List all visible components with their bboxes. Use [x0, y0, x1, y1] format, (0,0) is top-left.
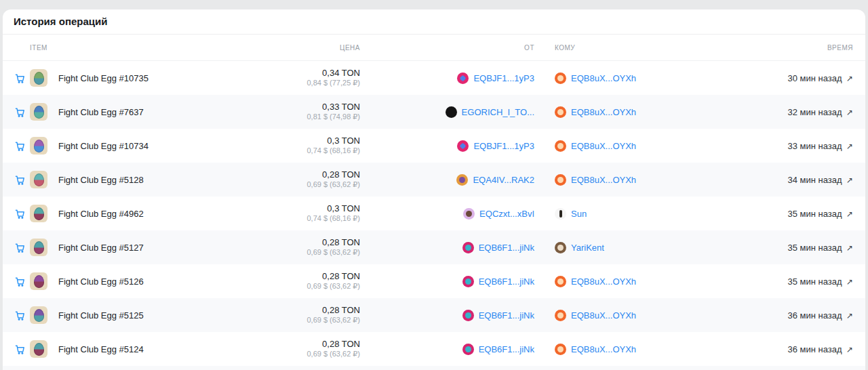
time-label: 30 мин назад: [788, 73, 842, 83]
price-cell: 0,28 TON 0,69 $ (63,62 ₽): [231, 305, 360, 325]
item-name-link[interactable]: Fight Club Egg #7637: [56, 107, 231, 117]
external-link-arrow-icon: ↗: [844, 277, 853, 287]
item-name-link[interactable]: Fight Club Egg #4962: [56, 209, 231, 219]
cart-icon: [14, 208, 26, 220]
from-address-link[interactable]: EQB6F1...jiNk: [360, 276, 534, 287]
to-address-link[interactable]: YariKent: [551, 242, 677, 253]
from-avatar: [446, 106, 457, 118]
item-name-link[interactable]: Fight Club Egg #5128: [56, 175, 231, 185]
from-avatar: [462, 242, 474, 253]
from-address-link[interactable]: EQB6F1...jiNk: [360, 310, 534, 321]
nft-thumbnail[interactable]: [30, 239, 47, 256]
cart-icon: [14, 140, 26, 152]
from-avatar: [462, 344, 474, 355]
price-ton: 0,3 TON: [231, 136, 360, 146]
from-address-link[interactable]: EQBJF1...1yP3: [360, 73, 534, 84]
transaction-time-link[interactable]: 36 мин назад ↗: [677, 344, 853, 354]
price-cell: 0,3 TON 0,74 $ (68,16 ₽): [231, 203, 360, 224]
from-avatar: [462, 276, 474, 287]
external-link-arrow-icon: ↗: [844, 108, 853, 117]
table-header: ITEM ЦЕНА ОТ КОМУ ВРЕМЯ: [3, 35, 865, 61]
nft-thumbnail[interactable]: [30, 69, 47, 87]
item-name-link[interactable]: Fight Club Egg #5126: [56, 276, 231, 287]
transaction-time-link[interactable]: 32 мин назад ↗: [677, 107, 853, 117]
table-row: Fight Club Egg #10734 0,3 TON 0,74 $ (68…: [3, 129, 865, 163]
transaction-time-link[interactable]: 35 мин назад ↗: [677, 276, 853, 287]
price-fiat: 0,74 $ (68,16 ₽): [231, 146, 360, 156]
add-to-cart-button[interactable]: [11, 239, 28, 256]
nft-thumbnail[interactable]: [30, 103, 47, 121]
table-row: Fight Club Egg #5127 0,28 TON 0,69 $ (63…: [3, 230, 865, 264]
add-to-cart-button[interactable]: [11, 69, 28, 87]
cart-icon: [14, 174, 26, 186]
from-avatar: [457, 140, 469, 152]
from-address-link[interactable]: EQB6F1...jiNk: [360, 242, 534, 253]
external-link-arrow-icon: ↗: [844, 74, 853, 83]
add-to-cart-button[interactable]: [11, 171, 28, 188]
table-body: Fight Club Egg #10735 0,34 TON 0,84 $ (7…: [3, 61, 865, 366]
external-link-arrow-icon: ↗: [844, 209, 853, 219]
to-avatar: [555, 344, 566, 355]
item-name-link[interactable]: Fight Club Egg #5124: [56, 344, 231, 354]
from-address-link[interactable]: EQB6F1...jiNk: [360, 344, 534, 355]
from-address-label: EQB6F1...jiNk: [479, 344, 534, 354]
from-address-link[interactable]: EQCzxt...xBvI: [360, 208, 534, 220]
transaction-time-link[interactable]: 36 мин назад ↗: [677, 310, 853, 321]
price-fiat: 0,81 $ (74,98 ₽): [231, 112, 360, 122]
nft-thumbnail[interactable]: [30, 272, 47, 290]
to-address-label: EQB8uX...OYXh: [571, 310, 636, 321]
egg-image: [34, 140, 44, 152]
table-row: Fight Club Egg #10735 0,34 TON 0,84 $ (7…: [3, 61, 865, 95]
to-address-link[interactable]: EQB8uX...OYXh: [551, 310, 677, 321]
to-address-link[interactable]: EQB8uX...OYXh: [551, 344, 677, 355]
add-to-cart-button[interactable]: [11, 340, 28, 358]
price-cell: 0,28 TON 0,69 $ (63,62 ₽): [231, 169, 360, 190]
add-to-cart-button[interactable]: [11, 205, 28, 222]
from-address-link[interactable]: EQBJF1...1yP3: [360, 140, 534, 152]
transaction-time-link[interactable]: 35 мин назад ↗: [677, 243, 853, 253]
to-address-link[interactable]: EQB8uX...OYXh: [551, 174, 677, 186]
item-name-link[interactable]: Fight Club Egg #10734: [56, 141, 231, 151]
nft-thumbnail[interactable]: [30, 171, 47, 188]
nft-thumbnail[interactable]: [30, 306, 47, 324]
transaction-time-link[interactable]: 30 мин назад ↗: [677, 73, 853, 83]
from-avatar: [462, 310, 474, 321]
price-cell: 0,33 TON 0,81 $ (74,98 ₽): [231, 102, 360, 122]
to-address-link[interactable]: EQB8uX...OYXh: [551, 73, 677, 84]
nft-thumbnail[interactable]: [30, 340, 47, 358]
to-address-label: EQB8uX...OYXh: [571, 276, 636, 287]
egg-image: [34, 309, 44, 322]
add-to-cart-button[interactable]: [11, 272, 28, 290]
transaction-time-link[interactable]: 34 мин назад ↗: [677, 175, 853, 185]
to-address-link[interactable]: Sun: [551, 208, 677, 220]
to-address-link[interactable]: EQB8uX...OYXh: [551, 106, 677, 118]
item-name-link[interactable]: Fight Club Egg #5127: [56, 243, 231, 253]
to-address-link[interactable]: EQB8uX...OYXh: [551, 276, 677, 287]
from-address-link[interactable]: EGORICH_I_TO...: [360, 106, 534, 118]
transaction-time-link[interactable]: 35 мин назад ↗: [677, 209, 853, 219]
add-to-cart-button[interactable]: [11, 306, 28, 324]
item-name-link[interactable]: Fight Club Egg #10735: [56, 73, 231, 83]
egg-image: [34, 343, 44, 356]
to-address-link[interactable]: EQB8uX...OYXh: [551, 140, 677, 152]
nft-thumbnail[interactable]: [30, 137, 47, 155]
column-header-price: ЦЕНА: [231, 44, 360, 52]
column-header-time: ВРЕМЯ: [677, 44, 853, 52]
price-fiat: 0,69 $ (63,62 ₽): [231, 350, 360, 359]
price-fiat: 0,74 $ (68,16 ₽): [231, 214, 360, 224]
price-ton: 0,28 TON: [231, 237, 360, 248]
cart-icon: [14, 242, 26, 253]
to-address-label: YariKent: [571, 243, 604, 253]
add-to-cart-button[interactable]: [11, 103, 28, 121]
item-name-link[interactable]: Fight Club Egg #5125: [56, 310, 231, 321]
to-avatar: [555, 174, 566, 186]
egg-image: [34, 106, 44, 119]
external-link-arrow-icon: ↗: [844, 345, 853, 354]
from-address-link[interactable]: EQA4IV...RAK2: [360, 174, 534, 186]
time-label: 34 мин назад: [788, 175, 842, 185]
nft-thumbnail[interactable]: [30, 205, 47, 222]
egg-image: [34, 241, 44, 254]
add-to-cart-button[interactable]: [11, 137, 28, 155]
transaction-time-link[interactable]: 33 мин назад ↗: [677, 141, 853, 151]
to-address-label: Sun: [571, 209, 587, 219]
